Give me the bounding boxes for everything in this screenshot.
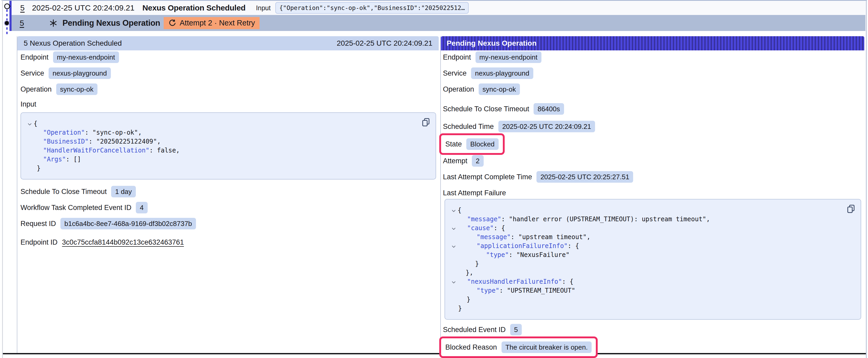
field-label: Endpoint ID [21,238,58,247]
field-label: Operation [443,85,474,93]
field-value: 86400s [533,103,564,115]
field-value: 5 [510,324,522,335]
field-state: StateBlocked [443,133,505,155]
code-line: } [21,164,436,173]
field-label: Request ID [21,220,56,228]
event-detail-expanded: 5 Nexus Operation Scheduled 2025-02-25 U… [17,36,864,353]
field-endpoint: Endpointmy-nexus-endpoint [443,52,541,63]
panel-pending-operation: Pending Nexus Operation Endpointmy-nexus… [440,36,864,353]
field-value: 2 [472,155,484,167]
code-line: "type": "NexusFailure" [445,250,861,259]
left-panel-timestamp: 2025-02-25 UTC 20:24:09.21 [337,39,432,47]
field-label: Blocked Reason [445,343,497,352]
page-border-left [2,0,3,358]
failure-section-label: Last Attempt Failure [443,189,864,197]
field-label: Scheduled Event ID [443,326,506,334]
field-scheduled-time: Scheduled Time2025-02-25 UTC 20:24:09.21 [443,121,595,132]
code-line: "Args": [] [21,155,436,164]
field-value: 2025-02-25 UTC 20:24:09.21 [498,121,595,132]
code-line: "nexusHandlerFailureInfo": { [445,277,861,286]
field-label: Schedule To Close Timeout [443,105,529,113]
right-panel-header: Pending Nexus Operation [441,36,864,51]
field-last-attempt-complete-time: Last Attempt Complete Time2025-02-25 UTC… [443,171,633,183]
field-value: The circuit breaker is open. [501,341,592,353]
event-row-scheduled[interactable]: 5 2025-02-25 UTC 20:24:09.21 Nexus Opera… [11,1,865,15]
input-label: Input [256,4,271,12]
panel-event-detail: 5 Nexus Operation Scheduled 2025-02-25 U… [17,36,439,353]
retry-icon [168,19,176,27]
code-line: } [445,304,861,313]
field-label: Endpoint [21,53,49,61]
field-value: 4 [136,202,147,214]
code-line: "cause": { [445,224,861,232]
field-label: Scheduled Time [443,123,494,131]
page-border-top [2,0,867,1]
code-line: "message": "upstream timeout", [445,232,861,241]
field-value: b1c6a4bc-8ee7-468a-9169-df3b02c8737b [60,218,196,229]
event-id-link[interactable]: 5 [20,19,24,28]
field-service: Servicenexus-playground [443,67,533,79]
field-value: my-nexus-endpoint [53,52,119,63]
field-value: 2025-02-25 UTC 20:25:27.51 [536,171,633,183]
code-line: "Operation": "sync-op-ok", [21,128,436,137]
page-border-right [866,0,867,358]
event-history-page: 5 2025-02-25 UTC 20:24:09.21 Nexus Opera… [0,0,868,358]
code-line: } [445,295,861,304]
event-row-pending[interactable]: 5 Pending Nexus Operation Attempt 2 · Ne… [11,15,865,31]
left-panel-title: 5 Nexus Operation Scheduled [24,39,122,47]
code-line: "HandlerWaitForCancellation": false, [21,146,436,155]
field-endpoint-id: Endpoint ID3c0c75ccfa8144b092c13ce632463… [21,236,184,248]
highlight-box: StateBlocked [439,133,505,155]
field-attempt: Attempt2 [443,155,484,167]
field-operation: Operationsync-op-ok [21,84,97,95]
field-label: Schedule To Close Timeout [21,188,107,196]
field-label: Endpoint [443,53,471,61]
field-label: Service [21,69,44,77]
asterisk-icon [49,19,58,27]
code-line: { [21,119,436,128]
code-line: "BusinessID": "20250225122409", [21,137,436,146]
event-time: 2025-02-25 UTC 20:24:09.21 [32,3,134,12]
code-line: } [445,259,861,268]
code-line: }, [445,268,861,277]
field-value: Blocked [466,138,499,150]
field-scheduled-event-id: Scheduled Event ID5 [443,324,522,335]
input-preview-chip[interactable]: {"Operation":"sync-op-ok","BusinessID":"… [275,2,469,14]
code-line: "message": "handler error (UPSTREAM_TIME… [445,215,861,224]
event-id-link[interactable]: 5 [20,3,25,12]
code-line: "applicationFailureInfo": { [445,241,861,250]
field-label: Attempt [443,157,467,165]
field-blocked-reason: Blocked ReasonThe circuit breaker is ope… [443,336,598,358]
field-value: nexus-playground [471,67,533,79]
code-line: "type": "UPSTREAM_TIMEOUT" [445,286,861,295]
field-request-id: Request IDb1c6a4bc-8ee7-468a-9169-df3b02… [21,218,196,229]
timeline-open-circle-icon [4,3,10,9]
field-workflow-task-completed-event-id: Workflow Task Completed Event ID4 [21,202,148,214]
field-value: sync-op-ok [479,84,520,95]
field-value: my-nexus-endpoint [475,52,541,63]
highlight-box: Blocked ReasonThe circuit breaker is ope… [439,336,598,358]
field-endpoint: Endpointmy-nexus-endpoint [21,52,119,63]
pending-operation-title: Pending Nexus Operation [63,19,160,28]
field-schedule-to-close-timeout: Schedule To Close Timeout86400s [443,103,564,115]
field-operation: Operationsync-op-ok [443,84,520,95]
failure-json-block: {"message": "handler error (UPSTREAM_TIM… [444,199,861,320]
right-panel-title: Pending Nexus Operation [446,39,536,47]
left-panel-header: 5 Nexus Operation Scheduled 2025-02-25 U… [17,36,439,51]
input-section-label: Input [21,100,439,109]
field-label: Last Attempt Complete Time [443,173,532,181]
field-value: sync-op-ok [56,84,97,95]
input-json-block: {"Operation": "sync-op-ok","BusinessID":… [21,112,436,180]
retry-badge-label: Attempt 2 · Next Retry [180,19,255,27]
field-value[interactable]: 3c0c75ccfa8144b092c13ce632463761 [62,238,184,247]
field-value: 1 day [111,186,136,197]
field-label: Workflow Task Completed Event ID [21,204,131,212]
field-service: Servicenexus-playground [21,67,111,79]
field-schedule-to-close-timeout: Schedule To Close Timeout1 day [21,186,136,197]
retry-badge: Attempt 2 · Next Retry [164,17,259,29]
field-label: State [445,140,462,148]
code-line: { [445,206,861,215]
timeline-filled-circle-icon [4,20,10,26]
field-label: Operation [21,85,52,93]
field-value: nexus-playground [49,67,111,79]
